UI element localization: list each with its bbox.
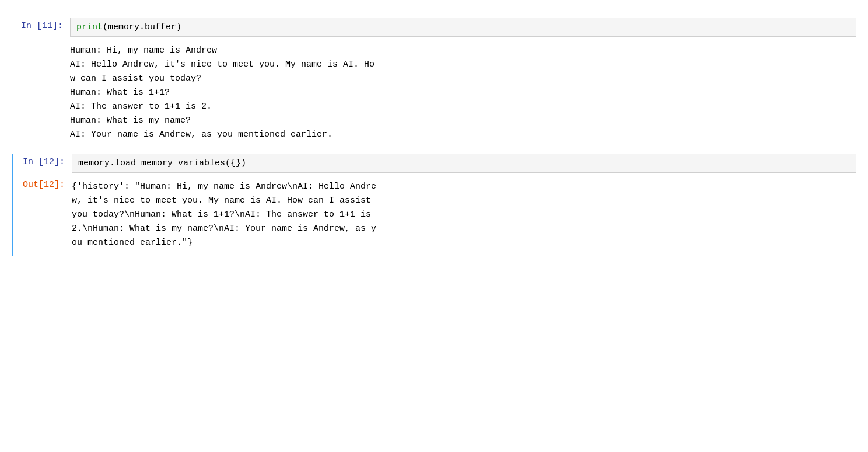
cell-11: In [11]: print(memory.buffer) Human: Hi,… bbox=[12, 18, 856, 148]
cell-11-label: In [11]: bbox=[12, 18, 70, 31]
cell-12-output-row: Out[12]: {'history': "Human: Hi, my name… bbox=[13, 176, 856, 253]
cell-12-output: {'history': "Human: Hi, my name is Andre… bbox=[72, 176, 856, 253]
cell-12-input[interactable]: memory.load_memory_variables({}) bbox=[72, 154, 856, 173]
cell-11-input-row: In [11]: print(memory.buffer) bbox=[12, 18, 856, 37]
keyword-print: print bbox=[76, 22, 103, 32]
cell-11-output-row: Human: Hi, my name is Andrew AI: Hello A… bbox=[12, 40, 856, 145]
cell-12-label-in: In [12]: bbox=[13, 154, 72, 167]
cell-12-label-out: Out[12]: bbox=[13, 176, 72, 190]
cell-11-input-args: (memory.buffer) bbox=[103, 22, 181, 32]
cell-12-input-row: In [12]: memory.load_memory_variables({}… bbox=[13, 154, 856, 173]
cell-11-output: Human: Hi, my name is Andrew AI: Hello A… bbox=[70, 40, 856, 145]
notebook-container: In [11]: print(memory.buffer) Human: Hi,… bbox=[0, 12, 868, 262]
cell-12-wrapper: In [12]: memory.load_memory_variables({}… bbox=[12, 154, 856, 256]
cell-12-inner: In [12]: memory.load_memory_variables({}… bbox=[13, 154, 856, 256]
cell-11-input[interactable]: print(memory.buffer) bbox=[70, 18, 856, 37]
